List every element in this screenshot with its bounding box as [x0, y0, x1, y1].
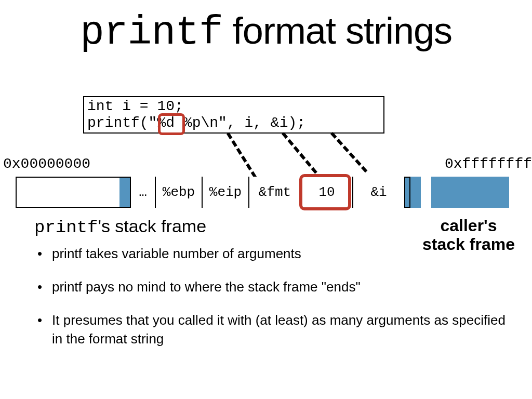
printf-frame-label-mono: printf	[34, 218, 98, 237]
slide-title: printf format strings	[0, 9, 532, 56]
bullet-1: printf takes variable number of argument…	[36, 244, 516, 263]
title-mono: printf	[80, 10, 223, 56]
connector-and-i	[330, 132, 367, 172]
code-snippet: int i = 10; printf("%d %p\n", i, &i);	[83, 96, 384, 134]
code-line-1: int i = 10;	[87, 98, 183, 114]
bullet-2: printf pays no mind to where the stack f…	[36, 277, 516, 296]
title-rest: format strings	[223, 10, 452, 51]
code-line-2: printf("%d %p\n", i, &i);	[87, 115, 305, 131]
caller-frame-bg	[431, 177, 509, 208]
connector-i	[282, 132, 317, 174]
stack-cell-refi: &i	[353, 177, 405, 208]
bullet-list: printf takes variable number of argument…	[36, 244, 516, 363]
caller-frame-label-line1: caller's	[440, 216, 497, 235]
bullet-3: It presumes that you called it with (at …	[36, 311, 516, 348]
stack-cell-ten: 10	[301, 177, 353, 208]
addr-low: 0x00000000	[3, 156, 90, 172]
connector-fmt	[227, 132, 257, 178]
addr-high: 0xffffffff	[445, 156, 532, 172]
printf-frame-label: printf's stack frame	[34, 216, 206, 237]
printf-frame-label-rest: 's stack frame	[98, 216, 206, 236]
stack-cell-fmt: &fmt	[249, 177, 301, 208]
stack-cell-eip: %eip	[203, 177, 249, 208]
stack-strip: … %ebp %eip &fmt 10 &i	[16, 177, 514, 208]
stack-cell-ebp: %ebp	[156, 177, 203, 208]
stack-cell-ellipsis: …	[130, 177, 156, 208]
